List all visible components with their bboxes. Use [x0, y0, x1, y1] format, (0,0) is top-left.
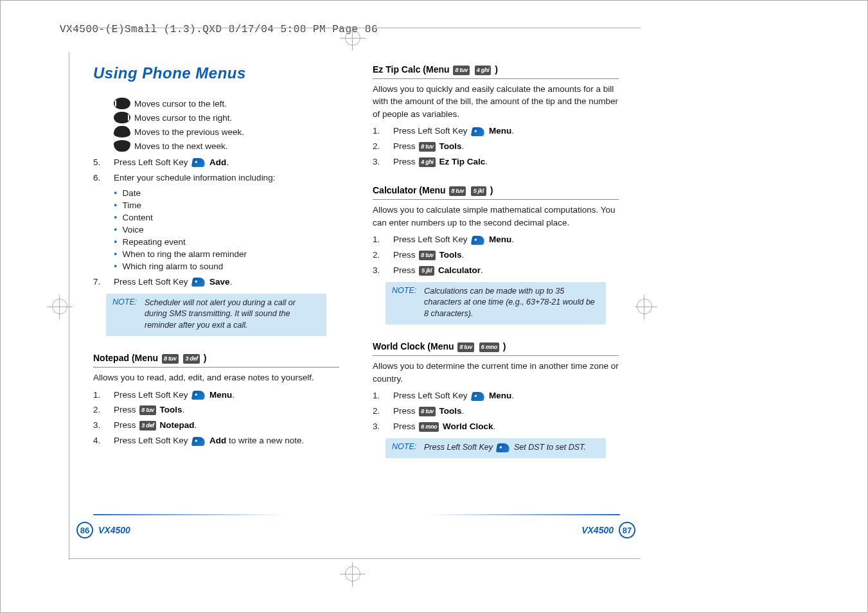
nav-right-icon	[114, 112, 130, 123]
tools-label: Tools	[439, 406, 462, 416]
step-number: 2.	[93, 404, 114, 416]
nav-key-list: Moves cursor to the left. Moves cursor t…	[93, 98, 339, 152]
text: Press	[114, 405, 136, 414]
step-number: 1.	[93, 389, 114, 402]
step-body: Press Left Soft Key Menu.	[393, 125, 619, 138]
right-page: Ez Tip Calc (Menu 8 tuv 4 ghi ) Allows y…	[356, 55, 635, 544]
text: Press Left Soft Key	[114, 390, 188, 400]
tools-label: Tools	[439, 141, 462, 151]
note-label: NOTE:	[392, 442, 424, 454]
text: Press	[393, 265, 416, 275]
step-body: Press 3 def Notepad.	[114, 420, 339, 432]
key-6-icon: 6 mno	[479, 342, 499, 352]
key-8-icon: 8 tuv	[453, 66, 470, 75]
text: Press	[393, 157, 416, 166]
ez-step-2: 2.Press 8 tuv Tools.	[373, 141, 619, 153]
text: Press	[393, 141, 416, 151]
nav-down-row: Moves to the next week.	[114, 140, 339, 152]
crosshair-bot-h	[340, 574, 366, 574]
model-label: VX4500	[98, 525, 130, 535]
key-8-icon: 8 tuv	[139, 405, 156, 415]
print-header-slug: VX4500-(E)Small (1.3).QXD 8/17/04 5:08 P…	[60, 24, 378, 35]
eztip-section-title: Ez Tip Calc (Menu 8 tuv 4 ghi )	[373, 64, 619, 79]
calculator-desc: Allows you to calculate simple mathemati…	[373, 204, 619, 229]
worldclock-section-title: World Clock (Menu 8 tuv 6 mno )	[373, 341, 619, 356]
worldclock-label: World Clock	[443, 422, 493, 431]
crosshair-left-h	[47, 306, 73, 307]
step-number: 6.	[93, 172, 114, 184]
bullet-date: Date	[114, 188, 339, 198]
wc-step-3: 3.Press 6 mno World Clock.	[373, 421, 619, 433]
step-body: Press 4 ghi Ez Tip Calc.	[393, 156, 619, 168]
menu-label: Menu	[489, 235, 511, 244]
nav-down-text: Moves to the next week.	[134, 141, 228, 151]
footer-left: 86 VX4500	[76, 522, 130, 538]
step-body: Press Left Soft Key Menu.	[114, 389, 339, 402]
text: Calculator (Menu	[373, 185, 446, 195]
step-body: Press 5 jkl Calculator.	[393, 265, 619, 277]
text: )	[495, 64, 498, 75]
step-body: Press Left Soft Key Menu.	[393, 234, 619, 246]
bullet-time: Time	[114, 200, 339, 210]
text: )	[490, 185, 493, 195]
step-number: 1.	[373, 390, 393, 402]
step-number: 1.	[373, 234, 393, 246]
soft-key-icon	[471, 236, 485, 245]
left-page: Using Phone Menus Moves cursor to the le…	[76, 55, 356, 544]
step-7: 7. Press Left Soft Key Save.	[93, 276, 339, 289]
tools-label: Tools	[439, 250, 462, 260]
text: Press	[393, 422, 416, 431]
eztip-label: Ez Tip Calc	[439, 157, 486, 166]
key-6-icon: 6 mno	[419, 422, 439, 432]
step-body: Press 8 tuv Tools.	[114, 404, 339, 416]
note-text: Calculations can be made with up to 35 c…	[424, 286, 599, 320]
step-number: 2.	[373, 141, 393, 153]
bullet-alarm-which: Which ring alarm to sound	[114, 262, 339, 271]
calculator-note: NOTE: Calculations can be made with up t…	[385, 282, 606, 325]
schedule-fields-list: Date Time Content Voice Repeating event …	[114, 188, 339, 271]
soft-key-icon	[471, 392, 485, 401]
page-spread: Using Phone Menus Moves cursor to the le…	[76, 55, 635, 544]
model-label: VX4500	[581, 525, 614, 535]
text: Set DST to set DST.	[514, 443, 586, 452]
bullet-repeating: Repeating event	[114, 237, 339, 247]
key-8-icon: 8 tuv	[162, 354, 179, 364]
crosshair-top-v	[352, 26, 353, 51]
text: )	[204, 353, 207, 363]
step-number: 3.	[373, 421, 393, 433]
step-body: Press Left Soft Key Add to write a new n…	[114, 435, 339, 447]
text: Press Left Soft Key	[424, 443, 493, 452]
page-number-left: 86	[76, 522, 93, 538]
menu-label: Menu	[489, 126, 511, 136]
step-number: 2.	[373, 249, 393, 262]
calc-step-3: 3.Press 5 jkl Calculator.	[373, 265, 619, 277]
key-8-icon: 8 tuv	[457, 342, 474, 352]
step-5: 5. Press Left Soft Key Add.	[93, 157, 339, 169]
step-body: Press Left Soft Key Save.	[114, 276, 339, 289]
nav-up-text: Moves to the previous week.	[134, 127, 244, 137]
text: Ez Tip Calc (Menu	[373, 64, 450, 75]
scheduler-note: NOTE: Scheduler will not alert you durin…	[106, 294, 326, 337]
page-canvas: VX4500-(E)Small (1.3).QXD 8/17/04 5:08 P…	[0, 0, 868, 613]
note-label: NOTE:	[392, 286, 424, 320]
text: to write a new note.	[226, 436, 304, 445]
menu-label: Menu	[489, 391, 511, 400]
note-label: NOTE:	[112, 298, 145, 332]
schedule-steps-cont: 7. Press Left Soft Key Save.	[93, 276, 339, 289]
footer-rule-left	[93, 514, 286, 515]
wc-step-1: 1.Press Left Soft Key Menu.	[373, 390, 619, 402]
page-number-right: 87	[619, 522, 635, 538]
worldclock-desc: Allows you to determine the current time…	[373, 360, 619, 385]
menu-label: Menu	[209, 390, 232, 400]
key-5-icon: 5 jkl	[471, 186, 486, 196]
text: Press	[393, 250, 416, 260]
soft-key-icon	[471, 127, 485, 136]
key-8-icon: 8 tuv	[419, 142, 436, 152]
text: Press Left Soft Key	[393, 126, 468, 136]
step-body: Press Left Soft Key Menu.	[393, 390, 619, 402]
key-4-icon: 4 ghi	[475, 66, 492, 75]
text: Press Left Soft Key	[393, 391, 468, 400]
ez-step-1: 1.Press Left Soft Key Menu.	[373, 125, 619, 138]
eztip-desc: Allows you to quickly and easily calcula…	[373, 83, 619, 121]
bullet-content: Content	[114, 213, 339, 222]
